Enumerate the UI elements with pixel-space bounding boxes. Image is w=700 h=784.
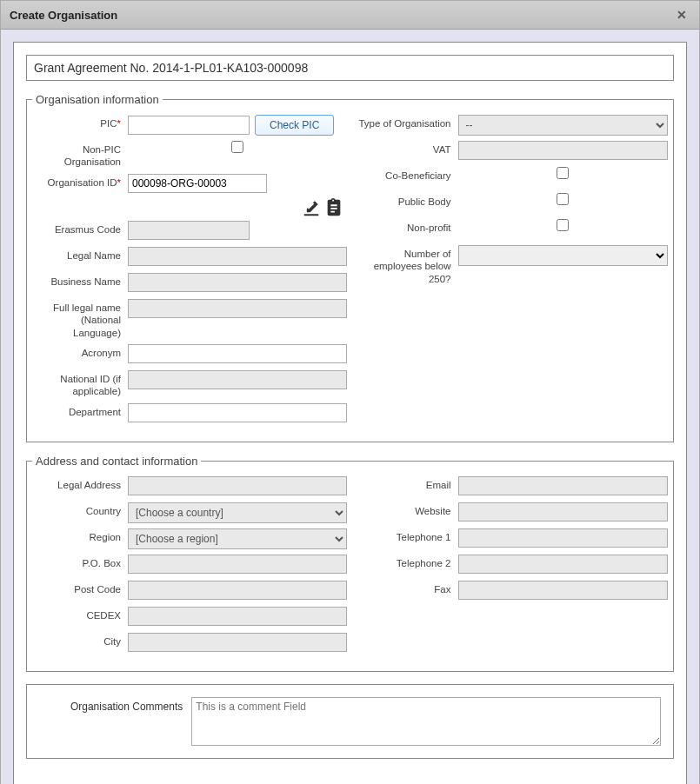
cobenef-checkbox[interactable] (557, 167, 569, 179)
city-input[interactable] (128, 633, 347, 652)
fax-label: Fax (354, 581, 458, 595)
postcode-input[interactable] (128, 581, 347, 600)
cedex-label: CEDEX (32, 607, 128, 621)
businessname-input[interactable] (128, 273, 347, 292)
cedex-input[interactable] (128, 607, 347, 626)
erasmus-label: Erasmus Code (32, 221, 128, 236)
organisation-info-legend: Organisation information (32, 93, 163, 106)
create-organisation-dialog: Create Organisation ✕ Grant Agreement No… (0, 0, 700, 784)
department-label: Department (32, 403, 128, 418)
businessname-label: Business Name (32, 273, 128, 288)
titlebar: Create Organisation ✕ (1, 1, 699, 30)
pobox-label: P.O. Box (32, 555, 128, 569)
city-label: City (32, 633, 128, 648)
erasmus-input[interactable] (128, 221, 250, 240)
pic-label: PIC (32, 115, 128, 130)
main-panel: Grant Agreement No. 2014-1-PL01-KA103-00… (13, 42, 687, 784)
publicbody-label: Public Body (354, 193, 458, 208)
tel1-label: Telephone 1 (354, 528, 458, 543)
grant-agreement-box: Grant Agreement No. 2014-1-PL01-KA103-00… (26, 55, 674, 81)
org-left-column: PIC Check PIC Non-PIC Organisation (32, 115, 347, 429)
comments-label: Organisation Comments (39, 697, 183, 746)
legaladdr-label: Legal Address (32, 476, 128, 491)
legalname-input[interactable] (128, 247, 347, 266)
nonprofit-checkbox[interactable] (557, 219, 569, 231)
dialog-title: Create Organisation (10, 9, 117, 22)
fax-input[interactable] (458, 581, 669, 600)
acronym-label: Acronym (32, 344, 128, 359)
close-icon[interactable]: ✕ (673, 8, 690, 22)
tel2-label: Telephone 2 (354, 555, 458, 569)
nonpic-checkbox[interactable] (231, 141, 243, 153)
addr-left-column: Legal Address Country [Choose a country]… (32, 476, 347, 659)
address-fieldset: Address and contact information Legal Ad… (26, 455, 674, 672)
tel2-input[interactable] (458, 555, 669, 574)
country-select[interactable]: [Choose a country] (128, 502, 347, 523)
acronym-input[interactable] (128, 344, 347, 363)
employees-label: Number of employees below 250? (354, 245, 458, 285)
nonpic-label: Non-PIC Organisation (32, 141, 128, 169)
type-select[interactable]: -- (458, 115, 669, 136)
fullname-input[interactable] (128, 299, 347, 318)
comments-textarea[interactable] (191, 697, 661, 746)
tel1-input[interactable] (458, 528, 669, 548)
vat-input[interactable] (458, 141, 669, 160)
website-label: Website (354, 502, 458, 517)
website-input[interactable] (458, 502, 669, 522)
addr-right-column: Email Website Telephone 1 Telephone (354, 476, 669, 659)
employees-select[interactable] (458, 245, 669, 266)
pobox-input[interactable] (128, 555, 347, 574)
organisation-info-fieldset: Organisation information PIC Check PIC (26, 93, 674, 442)
legalname-label: Legal Name (32, 247, 128, 262)
check-pic-button[interactable]: Check PIC (255, 115, 334, 136)
pic-input[interactable] (128, 116, 250, 135)
orgid-input[interactable] (128, 174, 267, 193)
email-input[interactable] (458, 476, 669, 495)
cobenef-label: Co-Beneficiary (354, 167, 458, 182)
nonprofit-label: Non-profit (354, 219, 458, 234)
region-select[interactable]: [Choose a region] (128, 528, 347, 549)
comments-fieldset: Organisation Comments (26, 684, 674, 759)
legaladdr-input[interactable] (128, 476, 347, 495)
erasmus-icons (32, 198, 347, 217)
address-legend: Address and contact information (32, 455, 201, 468)
clipboard-icon[interactable] (324, 198, 343, 217)
org-right-column: Type of Organisation -- VAT (354, 115, 669, 429)
eraser-icon[interactable] (302, 198, 321, 217)
department-input[interactable] (128, 403, 347, 422)
fullname-label: Full legal name (National Language) (32, 299, 128, 339)
postcode-label: Post Code (32, 581, 128, 595)
region-label: Region (32, 528, 128, 543)
dialog-body: Grant Agreement No. 2014-1-PL01-KA103-00… (1, 30, 699, 784)
vat-label: VAT (354, 141, 458, 156)
nationalid-input[interactable] (128, 370, 347, 389)
publicbody-checkbox[interactable] (557, 193, 569, 205)
email-label: Email (354, 476, 458, 491)
nationalid-label: National ID (if applicable) (32, 370, 128, 398)
type-label: Type of Organisation (354, 115, 458, 130)
country-label: Country (32, 502, 128, 517)
orgid-label: Organisation ID (32, 174, 128, 189)
